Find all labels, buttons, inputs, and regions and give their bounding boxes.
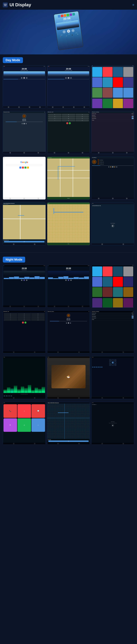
day-play-1[interactable]: ⏸: [23, 77, 25, 79]
num-0[interactable]: 0: [62, 120, 75, 122]
night-num-0[interactable]: 0: [18, 319, 31, 321]
night-app-music[interactable]: [102, 266, 112, 276]
night-num-6[interactable]: 6: [31, 315, 44, 317]
eq-preset-1[interactable]: FLAT: [4, 396, 5, 396]
hero-prev-btn[interactable]: ⏮: [62, 30, 66, 34]
app-dark-blue[interactable]: [123, 77, 133, 87]
night-app-magenta[interactable]: [123, 298, 133, 308]
num-5[interactable]: 5: [62, 116, 75, 118]
app-bluetooth-1[interactable]: [92, 77, 102, 87]
night-app2-chat[interactable]: 💬: [32, 404, 45, 418]
num-6[interactable]: 6: [76, 116, 89, 118]
night-prev-1[interactable]: ⏮: [21, 279, 22, 281]
app-yellow[interactable]: [113, 99, 123, 108]
night-play-2[interactable]: ⏸: [68, 279, 69, 281]
night-num-7[interactable]: 7: [4, 317, 17, 319]
arrow-down-left[interactable]: ↙: [109, 364, 111, 366]
night-num-2[interactable]: 2: [18, 313, 31, 315]
preset-btn-5[interactable]: P5: [99, 366, 101, 368]
num-4[interactable]: 4: [48, 116, 62, 118]
app-telegram[interactable]: [92, 67, 102, 77]
app-magenta[interactable]: [123, 99, 133, 108]
night-bt-prev[interactable]: ⏮: [66, 322, 67, 324]
arrow-right[interactable]: →: [114, 362, 116, 364]
num-8[interactable]: 8: [62, 118, 75, 120]
app-phone[interactable]: [113, 67, 123, 77]
eq-preset-3[interactable]: POP: [8, 396, 10, 396]
night-app2-more[interactable]: ⋯: [32, 418, 45, 432]
day-media-play-icon[interactable]: ▶: [111, 224, 114, 228]
google-app-4[interactable]: [27, 166, 29, 168]
night-app-orange[interactable]: [123, 287, 133, 297]
arrow-down[interactable]: ↓: [112, 364, 114, 366]
google-app-3[interactable]: [24, 166, 26, 168]
night-num-hash[interactable]: #: [31, 319, 44, 321]
google-app-2[interactable]: [22, 166, 24, 168]
app-green[interactable]: [92, 88, 102, 98]
night-bt-settings-close[interactable]: ✕: [133, 311, 134, 312]
arrow-up-right[interactable]: ↗: [114, 359, 116, 361]
preset-btn-4[interactable]: P4: [98, 366, 99, 368]
day-prev-1[interactable]: ⏮: [21, 77, 22, 79]
night-app-blue[interactable]: [102, 277, 112, 287]
day-nav-go-btn[interactable]: GO: [4, 241, 44, 242]
night-num-5[interactable]: 5: [18, 315, 31, 317]
num-hash[interactable]: #: [76, 120, 89, 122]
day-prev-2[interactable]: ⏮: [65, 77, 67, 79]
day-social-track-3[interactable]: 华乐_39E_4.mp3: [97, 163, 134, 165]
day-call-end[interactable]: 📞: [66, 122, 68, 124]
app-red[interactable]: [102, 88, 112, 98]
preset-btn-1[interactable]: P1: [92, 366, 94, 368]
social-prev[interactable]: ⏮: [108, 166, 110, 168]
menu-icon[interactable]: [3, 2, 8, 8]
day-bt-music-close[interactable]: ✕: [44, 112, 45, 112]
night-app-green[interactable]: [92, 287, 102, 297]
app-spotify[interactable]: [102, 99, 112, 108]
arrow-down-right[interactable]: ↘: [114, 364, 116, 366]
num-1[interactable]: 1: [48, 114, 62, 116]
num-9[interactable]: 9: [76, 118, 89, 120]
night-play-1[interactable]: ⏸: [23, 279, 25, 281]
day-bt-settings-close[interactable]: ✕: [133, 112, 134, 112]
night-app-yellow[interactable]: [113, 298, 123, 308]
arrow-left[interactable]: ←: [109, 362, 111, 364]
app-blue-1[interactable]: [102, 77, 112, 87]
night-num-4[interactable]: 4: [4, 315, 17, 317]
day-bt-prev[interactable]: ⏮: [22, 123, 23, 124]
hero-next-btn[interactable]: ⏭: [71, 29, 75, 32]
day-play-2[interactable]: ⏸: [68, 77, 69, 79]
num-3[interactable]: 3: [76, 114, 89, 116]
night-toggle-aa[interactable]: [132, 316, 134, 317]
social-next[interactable]: ⏭: [116, 166, 118, 168]
arrow-center[interactable]: ⦿: [112, 362, 114, 364]
day-bt-play[interactable]: ⏸: [24, 123, 25, 124]
night-bt-play[interactable]: ⏸: [68, 322, 69, 324]
eq-preset-4[interactable]: JAZZ: [10, 396, 12, 396]
night-app2-music[interactable]: ♪: [18, 404, 31, 418]
night-num-1[interactable]: 1: [4, 313, 17, 315]
nav-icon[interactable]: ≡: [132, 3, 134, 7]
app-orange[interactable]: [123, 88, 133, 98]
preset-btn-3[interactable]: P3: [96, 366, 97, 368]
num-2[interactable]: 2: [62, 114, 75, 116]
night-next-2[interactable]: ⏭: [70, 279, 72, 281]
preset-btn-2[interactable]: P2: [94, 366, 95, 368]
night-num-8[interactable]: 8: [18, 317, 31, 319]
night-app-red[interactable]: [102, 287, 112, 297]
night-app-phone[interactable]: [113, 266, 123, 276]
day-next-2[interactable]: ⏭: [70, 77, 72, 79]
day-bt-next[interactable]: ⏭: [26, 123, 27, 124]
hero-play-btn[interactable]: ⏸: [67, 30, 70, 33]
night-toggle-ac[interactable]: [132, 318, 134, 318]
night-prev-2[interactable]: ⏮: [65, 279, 67, 281]
night-app2-spotify[interactable]: ♫: [18, 418, 31, 432]
night-num-star[interactable]: *: [4, 319, 17, 321]
night-num-3[interactable]: 3: [31, 313, 44, 315]
eq-preset-2[interactable]: ROCK: [6, 396, 8, 396]
night-app-spotify[interactable]: [102, 298, 112, 308]
day-social-track-2[interactable]: 华乐_39E_3.mp3: [97, 161, 134, 163]
social-fwd[interactable]: ⏩: [114, 166, 116, 168]
google-search-bar[interactable]: [6, 164, 42, 166]
night-nav-go-btn[interactable]: GO: [48, 440, 89, 442]
social-play[interactable]: ▶: [112, 166, 114, 168]
